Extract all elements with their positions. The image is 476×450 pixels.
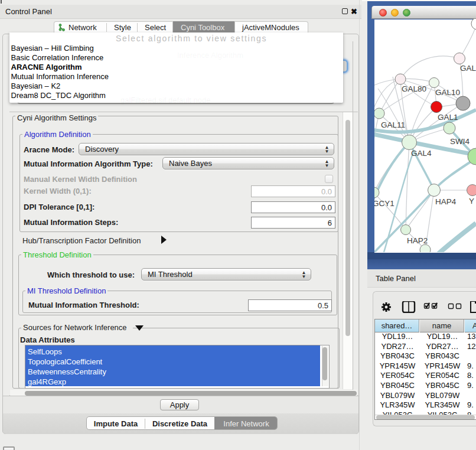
svg-text:GAL11: GAL11 [381,120,405,129]
svg-text:GAL10: GAL10 [435,88,460,97]
svg-text:GCY1: GCY1 [374,199,395,208]
svg-text:GAL4: GAL4 [411,149,432,158]
svg-text:GAL80: GAL80 [402,84,426,93]
svg-text:HAP4: HAP4 [435,197,457,206]
svg-text:GAL1: GAL1 [438,113,458,122]
svg-text:Y: Y [469,197,474,206]
svg-text:GAL: GAL [460,64,476,73]
svg-text:SWI4: SWI4 [450,137,470,146]
svg-text:HAP2: HAP2 [407,236,428,245]
